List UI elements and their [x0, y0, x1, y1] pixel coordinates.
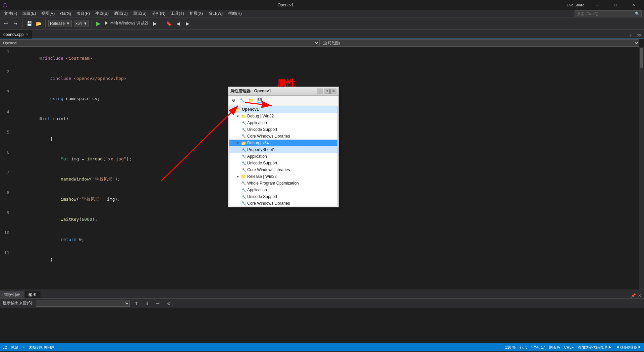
scope-dropdown[interactable]: Opencv1 — [0, 39, 320, 47]
platform-dropdown[interactable]: x64 ▼ — [74, 20, 89, 27]
tab-error-list[interactable]: 错误列表 — [0, 291, 24, 298]
editor-container: 1 ⊟#include <iostream> 2 #include <openc… — [0, 47, 644, 290]
toolbar-open[interactable]: 📂 — [35, 19, 43, 28]
menu-debug[interactable]: 调试(D) — [111, 10, 130, 17]
git-branch[interactable]: ⎇ — [3, 345, 7, 350]
vertical-scrollbar[interactable] — [639, 47, 644, 290]
tree-dw32-app[interactable]: 🔧 Application — [229, 119, 337, 126]
search-input[interactable] — [575, 10, 642, 17]
status-bar: ⎇ 就绪 ● 未找到相关问题 110 % 行: 3 字符: 17 制表符 CRL… — [0, 343, 644, 351]
tree-root[interactable]: ▼ 📁 Opencv1 — [229, 106, 337, 113]
menu-project[interactable]: 项目(P) — [74, 10, 93, 17]
vs-logo: ⬡ — [3, 2, 7, 8]
run-debug-button[interactable]: ▶ — [95, 20, 102, 27]
global-range-dropdown[interactable]: (全局范围) — [320, 39, 639, 47]
code-nav-bar: Opencv1 (全局范围) — [0, 39, 644, 47]
menu-view[interactable]: 视图(V) — [39, 10, 57, 17]
tab-label: opencv.cpp — [3, 32, 24, 37]
prop-restore-btn[interactable]: □ — [324, 89, 330, 94]
menu-git[interactable]: Git(G) — [57, 11, 74, 17]
toolbar-sep4 — [162, 19, 162, 28]
dropdown-arrow: ▼ — [66, 21, 70, 26]
output-settings-btn[interactable]: ⚙ — [165, 299, 173, 307]
output-source-dropdown[interactable] — [36, 300, 130, 307]
no-issues-label: 未找到相关问题 — [29, 345, 55, 350]
menu-bar: 文件(F) 编辑(E) 视图(V) Git(G) 项目(P) 生成(B) 调试(… — [0, 10, 644, 17]
toolbar-attach[interactable]: ▶ — [151, 19, 159, 28]
prop-minimize-btn[interactable]: ─ — [317, 89, 323, 94]
output-tab-bar: 错误列表 输出 📌 ✕ — [0, 290, 644, 299]
title-bar-left: ⬡ — [3, 2, 7, 8]
menu-edit[interactable]: 编辑(E) — [20, 10, 39, 17]
menu-analyze[interactable]: 分析(N) — [149, 10, 168, 17]
prop-tool-gear[interactable]: ⚙ — [230, 97, 237, 104]
live-share-btn[interactable]: Live Share — [564, 3, 587, 7]
prop-tool-save[interactable]: 💾 — [256, 97, 263, 104]
add-tab-button[interactable]: + — [627, 32, 634, 39]
code-line-2: 2 #include <opencv2/opencv.hpp> — [0, 68, 644, 89]
tree-debug-x64[interactable]: ▼ 📁 Debug | x64 — [229, 140, 337, 146]
menu-extensions[interactable]: 扩展(X) — [187, 10, 206, 17]
tree-debug-win32[interactable]: ▼ 📁 Debug | Win32 — [229, 113, 337, 119]
toolbar-next[interactable]: ▶ — [184, 19, 192, 28]
tab-output[interactable]: 输出 — [24, 291, 41, 298]
platform-arrow: ▼ — [83, 21, 87, 26]
title-bar: ⬡ Opencv1 Live Share ─ □ ✕ — [0, 0, 644, 10]
status-dot-green: ● — [22, 345, 25, 349]
tree-dx64-app[interactable]: 🔧 Application — [229, 153, 337, 160]
tree-rw32-wpo[interactable]: 🔧 Whole Program Optimization — [229, 180, 337, 187]
close-button[interactable]: ✕ — [626, 0, 641, 10]
output-pin-icon[interactable]: 📌 — [631, 293, 636, 298]
menu-window[interactable]: 窗口(W) — [206, 10, 225, 17]
code-line-10: 10 return 0; — [0, 230, 644, 250]
toolbar-bookmark[interactable]: 🔖 — [165, 19, 173, 28]
toolbar-save-all[interactable]: 💾 — [25, 19, 33, 28]
toolbar-prev[interactable]: ◀ — [174, 19, 182, 28]
zoom-level[interactable]: 110 % — [505, 345, 516, 349]
add-source-btn[interactable]: 添加到源代码管理 ▶ — [578, 345, 612, 350]
menu-tools[interactable]: 工具(T) — [168, 10, 186, 17]
status-bar-right: 110 % 行: 3 字符: 17 制表符 CRLF 添加到源代码管理 ▶ ◀ … — [505, 345, 641, 350]
menu-build[interactable]: 生成(B) — [93, 10, 111, 17]
menu-help[interactable]: 帮助(H) — [225, 10, 245, 17]
prop-tool-wrench[interactable]: 🔧 — [238, 97, 246, 104]
tree-rw32-unicode[interactable]: 🔧 Unicode Support — [229, 193, 337, 200]
tree-release-win32[interactable]: ▼ 📁 Release | Win32 — [229, 173, 337, 180]
tab-close-icon[interactable]: ✕ — [26, 33, 29, 36]
menu-file[interactable]: 文件(F) — [1, 10, 20, 17]
toolbar-redo[interactable]: ↪ — [11, 19, 19, 28]
code-line-1: 1 ⊟#include <iostream> — [0, 48, 644, 68]
maximize-button[interactable]: □ — [608, 0, 623, 10]
menu-test[interactable]: 测试(S) — [130, 10, 149, 17]
tree-dx64-core[interactable]: 🔧 Core Windows Libraries — [229, 166, 337, 173]
search-icon: 🔍 — [635, 11, 640, 16]
build-config-label: Release — [50, 21, 65, 26]
tab-opencvcpp[interactable]: opencv.cpp ✕ — [0, 30, 32, 39]
prop-close-btn[interactable]: ✕ — [330, 89, 336, 94]
output-close-icon[interactable]: ✕ — [638, 293, 641, 298]
tree-rw32-app[interactable]: 🔧 Application — [229, 187, 337, 193]
tree-dw32-core[interactable]: 🔧 Core Windows Libraries — [229, 133, 337, 140]
output-clear-btn[interactable]: ⬆ — [132, 299, 141, 307]
tab-scroll-right[interactable]: ≫ — [634, 32, 644, 39]
toolbar-undo[interactable]: ↩ — [2, 19, 10, 28]
output-panel: 错误列表 输出 📌 ✕ 显示输出来源(S): ⬆ ⬇ ↩ ⚙ — [0, 290, 644, 343]
toolbar-sep2 — [45, 19, 46, 28]
tree-debug-x64-label: Debug | x64 — [247, 141, 269, 145]
prop-tool-folder[interactable]: 📁 — [247, 97, 255, 104]
toolbar: ↩ ↪ 💾 📂 Release ▼ x64 ▼ ▶ ▶ 本地 Windows 调… — [0, 17, 644, 30]
output-wrap-btn[interactable]: ↩ — [154, 299, 162, 307]
minimize-button[interactable]: ─ — [590, 0, 605, 10]
prop-tree[interactable]: ▼ 📁 Opencv1 ▼ 📁 Debug | Win32 🔧 Applicat… — [229, 106, 338, 206]
tree-dw32-unicode[interactable]: 🔧 Unicode Support — [229, 126, 337, 133]
tree-root-label: Opencv1 — [242, 107, 259, 112]
tree-dx64-propsheet[interactable]: 🔧 PropertySheet1 — [229, 146, 337, 153]
tab-bar: opencv.cpp ✕ + ≫ — [0, 30, 644, 39]
tree-rw32-core[interactable]: 🔧 Core Windows Libraries — [229, 200, 337, 206]
tree-dx64-unicode[interactable]: 🔧 Unicode Support — [229, 160, 337, 166]
code-line-9: 9 waitKey(6000); — [0, 209, 644, 230]
output-scroll-end-btn[interactable]: ⬇ — [143, 299, 151, 307]
prop-dialog-title-bar: 属性管理器 - Opencv1 ─ □ ✕ — [228, 87, 338, 96]
build-config-dropdown[interactable]: Release ▼ — [48, 20, 72, 27]
property-manager-dialog: 属性管理器 - Opencv1 ─ □ ✕ ⚙ 🔧 📁 💾 ▼ 📁 Opencv… — [228, 87, 339, 207]
